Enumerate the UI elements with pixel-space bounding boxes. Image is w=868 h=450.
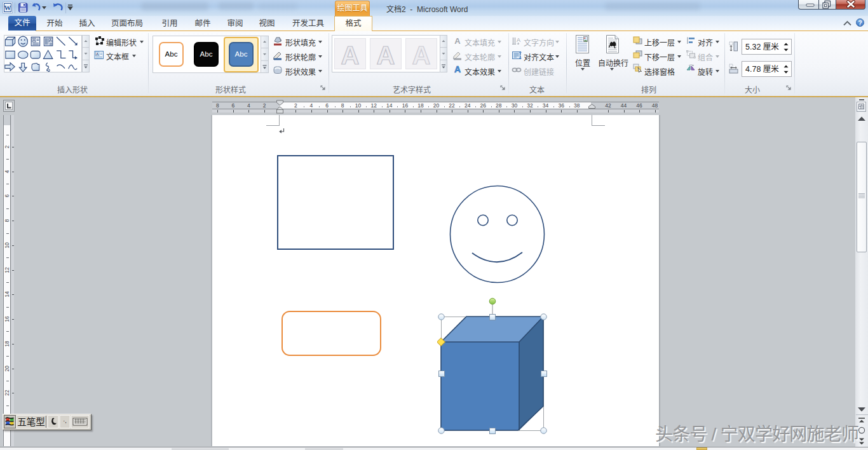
svg-text:A: A [377, 41, 395, 69]
svg-text:A: A [454, 36, 461, 46]
svg-text:A: A [341, 41, 360, 69]
svg-text:A: A [96, 52, 99, 56]
svg-text:A: A [454, 64, 461, 74]
svg-text:W: W [4, 4, 11, 11]
svg-text:·,: ·, [63, 418, 67, 424]
svg-text:五笔型: 五笔型 [17, 417, 45, 427]
svg-text:A: A [412, 41, 431, 69]
svg-text:A: A [517, 37, 520, 43]
